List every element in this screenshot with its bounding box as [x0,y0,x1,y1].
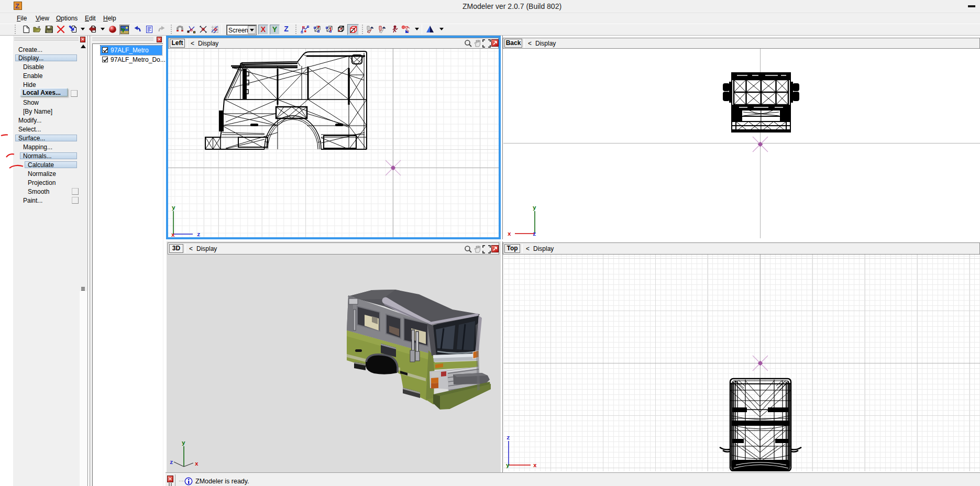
svg-text:x: x [533,462,537,469]
svg-text:z: z [533,231,536,237]
svg-text:z: z [506,435,510,441]
svg-text:y: y [182,440,185,446]
svg-text:z: z [197,231,201,237]
svg-text:z: z [170,459,173,466]
svg-text:y: y [172,205,175,211]
svg-text:x: x [171,232,175,237]
svg-text:y: y [533,205,536,211]
svg-text:x: x [195,461,199,467]
svg-text:y: y [506,462,510,469]
svg-text:x: x [508,231,511,237]
